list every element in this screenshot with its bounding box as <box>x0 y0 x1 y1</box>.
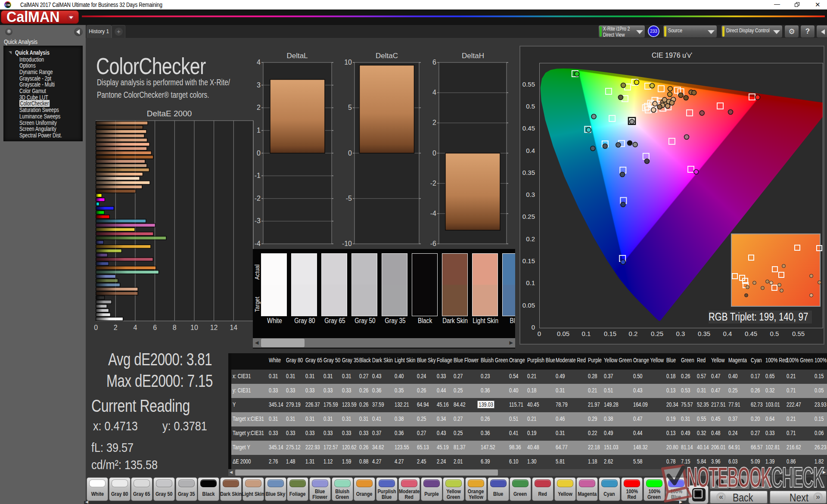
svg-text:1: 1 <box>257 127 261 134</box>
svg-text:4: 4 <box>257 59 261 66</box>
svg-text:-3: -3 <box>255 217 261 224</box>
svg-text:14: 14 <box>230 324 237 331</box>
svg-text:2: 2 <box>257 104 261 111</box>
svg-text:-2: -2 <box>430 180 436 187</box>
svg-text:3: 3 <box>257 81 261 89</box>
svg-text:DeltaL: DeltaL <box>286 52 308 60</box>
svg-text:8: 8 <box>173 324 177 331</box>
svg-text:2: 2 <box>114 324 118 331</box>
svg-text:DeltaC: DeltaC <box>376 52 398 60</box>
svg-text:12: 12 <box>210 324 218 331</box>
svg-text:4: 4 <box>133 324 137 331</box>
svg-text:-6: -6 <box>430 240 436 247</box>
svg-text:0: 0 <box>94 324 98 331</box>
svg-text:6: 6 <box>153 324 157 331</box>
svg-text:0: 0 <box>257 149 261 157</box>
svg-text:DeltaE 2000: DeltaE 2000 <box>147 109 192 118</box>
svg-text:10: 10 <box>344 59 352 66</box>
svg-text:-10: -10 <box>342 240 352 247</box>
svg-text:DeltaH: DeltaH <box>462 52 484 60</box>
svg-text:10: 10 <box>190 324 198 331</box>
svg-text:2: 2 <box>432 119 436 126</box>
svg-text:5: 5 <box>348 104 352 111</box>
svg-text:-1: -1 <box>255 172 261 179</box>
svg-text:-4: -4 <box>255 240 261 247</box>
svg-text:0: 0 <box>348 149 352 157</box>
svg-text:6: 6 <box>432 59 436 66</box>
svg-text:0: 0 <box>432 149 436 157</box>
svg-text:-4: -4 <box>430 210 436 217</box>
svg-text:4: 4 <box>432 89 436 96</box>
svg-text:-2: -2 <box>255 195 261 202</box>
svg-text:-5: -5 <box>346 195 352 202</box>
